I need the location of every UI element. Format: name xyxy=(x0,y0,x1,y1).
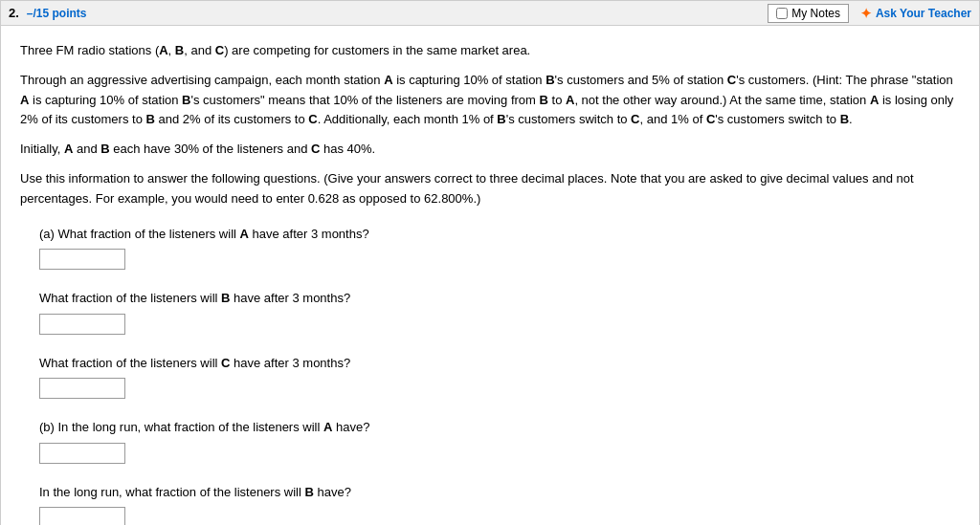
my-notes-button[interactable]: My Notes xyxy=(768,4,849,23)
problem-text: Three FM radio stations (A, B, and C) ar… xyxy=(20,41,960,209)
question-item-c: What fraction of the listeners will C ha… xyxy=(39,354,960,400)
answer-input-c[interactable] xyxy=(39,378,125,399)
header-bar: 2. –/15 points My Notes ✦ Ask Your Teach… xyxy=(1,1,979,26)
paragraph-1: Three FM radio stations (A, B, and C) ar… xyxy=(20,41,960,61)
question-a-label: (a) What fraction of the listeners will … xyxy=(39,225,960,244)
question-long-b-label: In the long run, what fraction of the li… xyxy=(39,483,960,502)
answer-input-long-b[interactable] xyxy=(39,507,125,525)
paragraph-2: Through an aggressive advertising campai… xyxy=(20,71,960,130)
paragraph-4: Use this information to answer the follo… xyxy=(20,169,960,209)
question-item-long-a: (b) In the long run, what fraction of th… xyxy=(39,418,960,464)
question-b-label: What fraction of the listeners will B ha… xyxy=(39,289,960,308)
my-notes-checkbox[interactable] xyxy=(776,8,788,19)
answer-input-b[interactable] xyxy=(39,314,125,335)
question-c-label: What fraction of the listeners will C ha… xyxy=(39,354,960,373)
content-area: Three FM radio stations (A, B, and C) ar… xyxy=(1,26,979,525)
points-label: –/15 points xyxy=(27,7,87,20)
answer-input-long-a[interactable] xyxy=(39,443,125,464)
ask-teacher-button[interactable]: ✦ Ask Your Teacher xyxy=(860,6,971,21)
ask-teacher-label: Ask Your Teacher xyxy=(876,7,971,20)
my-notes-label: My Notes xyxy=(791,7,840,20)
question-section: (a) What fraction of the listeners will … xyxy=(20,225,960,525)
question-item-long-b: In the long run, what fraction of the li… xyxy=(39,483,960,525)
question-item-b: What fraction of the listeners will B ha… xyxy=(39,289,960,335)
question-number: 2. xyxy=(9,6,19,20)
header-right: My Notes ✦ Ask Your Teacher xyxy=(768,4,971,23)
ask-teacher-icon: ✦ xyxy=(860,6,872,21)
paragraph-3: Initially, A and B each have 30% of the … xyxy=(20,140,960,160)
question-long-a-label: (b) In the long run, what fraction of th… xyxy=(39,418,960,437)
question-item-a: (a) What fraction of the listeners will … xyxy=(39,225,960,271)
answer-input-a[interactable] xyxy=(39,249,125,270)
